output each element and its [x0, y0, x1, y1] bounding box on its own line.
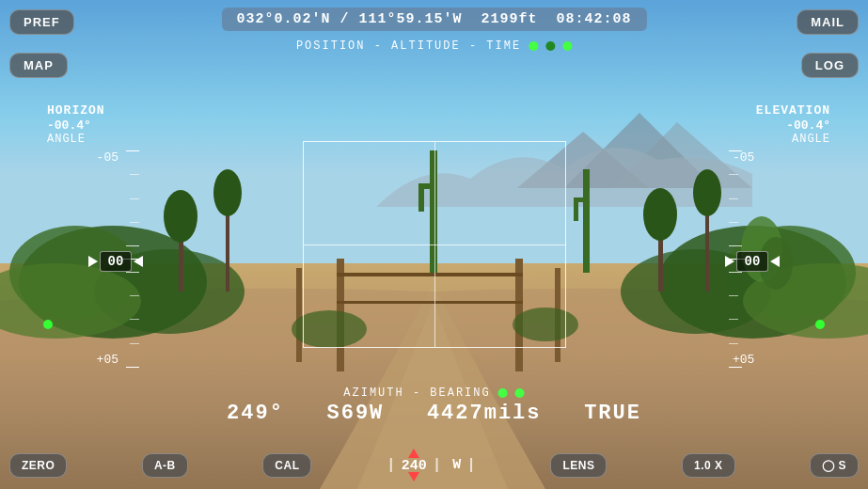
- horizon-top-val: -05: [97, 150, 118, 165]
- azimuth-bearing: S69W: [326, 402, 384, 425]
- zoom-button[interactable]: 1.0 X: [682, 453, 735, 478]
- elevation-zero-box: 00: [736, 251, 768, 272]
- map-button[interactable]: MAP: [9, 53, 68, 78]
- lens-button[interactable]: LENS: [550, 453, 607, 478]
- camera-button[interactable]: ◯ S: [810, 453, 859, 478]
- horizon-dot: [43, 320, 53, 329]
- elevation-zero-marker: 00: [725, 251, 780, 272]
- zero-button[interactable]: ZERO: [9, 453, 67, 478]
- position-label: POSITION - ALTITUDE - TIME: [296, 39, 572, 53]
- position-text: POSITION - ALTITUDE - TIME: [296, 39, 521, 53]
- camera-icon: ◯ S: [822, 459, 846, 472]
- elevation-gauge: ELEVATION -00.4° ANGLE -05 +05: [729, 103, 851, 376]
- ui-overlay: PREF MAIL MAP LOG 032°0.02'N / 111°59.15…: [0, 0, 868, 489]
- ab-button[interactable]: A-B: [142, 453, 188, 478]
- horizon-label: HORIZON: [47, 103, 105, 118]
- elevation-arrow-left: [770, 256, 780, 267]
- elevation-dot: [815, 320, 825, 329]
- reticle: [303, 141, 566, 348]
- elevation-arrow-right: [725, 256, 734, 267]
- coordinates: 032°0.02'N / 111°59.15'W: [236, 11, 462, 27]
- top-bar: 032°0.02'N / 111°59.15'W 2199ft 08:42:08: [221, 8, 646, 31]
- time: 08:42:08: [557, 11, 632, 27]
- elevation-angle-label: ANGLE: [792, 133, 830, 146]
- pref-button[interactable]: PREF: [9, 9, 74, 35]
- compass-tick-far-right: |: [466, 457, 476, 474]
- gps-dot-2: [545, 41, 555, 51]
- gps-dot-3: [562, 41, 572, 51]
- compass-triangle-up: [408, 449, 419, 458]
- elevation-angle: -00.4°: [786, 118, 830, 133]
- horizon-angle-label: ANGLE: [47, 133, 86, 146]
- bottom-bar: ZERO A-B CAL | 240 | W | LENS 1.0 X ◯ S: [0, 449, 868, 481]
- gps-dot-1: [529, 41, 538, 51]
- horizon-zero-box: 00: [100, 251, 132, 272]
- horizon-angle: -00.4°: [47, 118, 91, 133]
- compass-west: W: [452, 457, 461, 473]
- azimuth-dot-2: [515, 388, 525, 398]
- cal-button[interactable]: CAL: [262, 453, 311, 478]
- azimuth-dot-1: [498, 388, 508, 398]
- compass-tick-left: |: [387, 457, 396, 474]
- mail-button[interactable]: MAIL: [797, 9, 859, 35]
- altitude: 2199ft: [481, 11, 538, 27]
- compass-240-container: 240: [402, 449, 427, 481]
- azimuth-label-text: AZIMUTH - BEARING: [343, 386, 490, 400]
- gps-info-bar: 032°0.02'N / 111°59.15'W 2199ft 08:42:08: [221, 8, 646, 31]
- azimuth-mode: TRUE: [584, 402, 641, 425]
- horizon-zero-marker: 00: [88, 251, 143, 272]
- azimuth-label: AZIMUTH - BEARING: [227, 386, 641, 400]
- compass-strip: | 240 | W |: [387, 449, 476, 481]
- compass-tick-right: |: [433, 457, 442, 474]
- horizon-arrow-left: [134, 256, 143, 267]
- horizon-bottom-val: +05: [97, 353, 118, 367]
- compass-triangle-down: [408, 472, 419, 481]
- azimuth-value: 249° S69W 4427mils TRUE: [227, 402, 641, 425]
- azimuth-mils: 4427mils: [427, 402, 542, 425]
- elevation-label: ELEVATION: [756, 103, 830, 118]
- log-button[interactable]: LOG: [801, 53, 859, 78]
- azimuth-degrees: 249°: [227, 402, 284, 425]
- horizon-gauge: HORIZON -00.4° ANGLE -05 +05: [17, 103, 139, 376]
- azimuth-section: AZIMUTH - BEARING 249° S69W 4427mils TRU…: [227, 386, 641, 425]
- horizon-arrow-right: [88, 256, 98, 267]
- reticle-vertical: [434, 142, 435, 347]
